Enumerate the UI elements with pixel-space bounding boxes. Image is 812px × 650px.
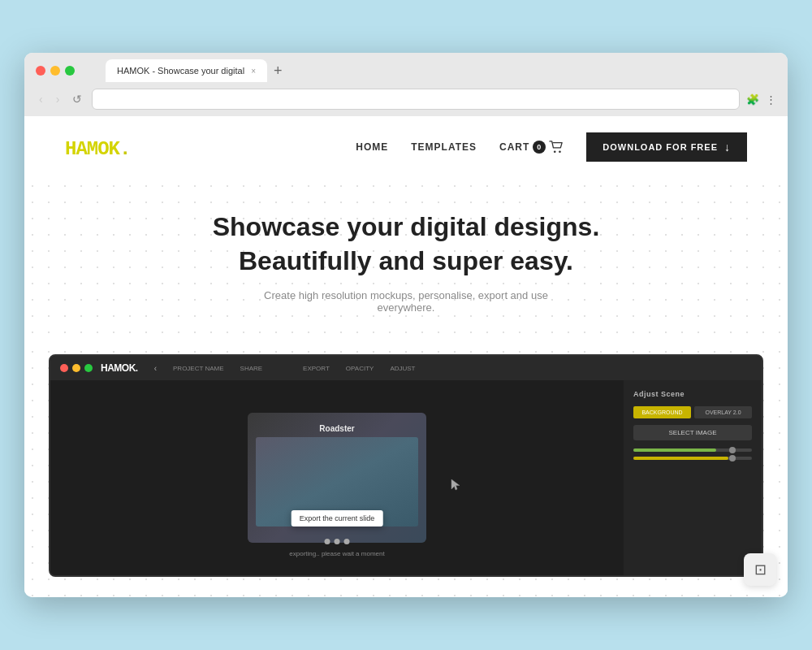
app-logo: HAMOK. (101, 362, 138, 374)
dot-2 (335, 539, 340, 544)
slider-green (633, 448, 752, 452)
browser-chrome: HAMOK - Showcase your digital × + ‹ › ↺ … (24, 53, 788, 116)
cart-label: CART (499, 141, 529, 153)
slider-thumb-1[interactable] (729, 447, 736, 453)
exporting-text: exporting.. please wait a moment (289, 550, 384, 557)
app-traffic-lights (60, 364, 93, 372)
toggle-icon: ⊡ (754, 561, 767, 578)
overlay-tab[interactable]: OVERLAY 2.0 (694, 406, 752, 418)
browser-actions: 🧩 ⋮ (746, 93, 776, 106)
select-image-btn[interactable]: SELECT IMAGE (633, 425, 752, 440)
app-toolbar: ‹ PROJECT NAME SHARE EXPORT OPACITY (154, 364, 416, 373)
svg-point-0 (554, 150, 556, 153)
export-tooltip: Export the current slide (292, 510, 383, 526)
back-button[interactable]: ‹ (36, 91, 46, 107)
fullscreen-button[interactable] (65, 66, 75, 76)
toolbar-item-share: SHARE (240, 365, 287, 372)
toolbar-item-opacity: OPACITY (346, 365, 374, 372)
menu-icon[interactable]: ⋮ (766, 93, 776, 106)
cart-count: 0 (533, 141, 546, 154)
address-bar-row: ‹ › ↺ 🧩 ⋮ (24, 85, 788, 116)
cart-icon (549, 141, 564, 154)
adjust-scene-title: Adjust Scene (633, 390, 752, 398)
site-navbar: HAMOK. HOME TEMPLATES CART 0 DOWNLOAD FO… (24, 116, 788, 178)
nav-home[interactable]: HOME (356, 141, 388, 153)
sidebar-tabs: BACKGROUND OVERLAY 2.0 (633, 406, 752, 418)
extensions-icon[interactable]: 🧩 (746, 93, 759, 106)
slider-thumb-2[interactable] (729, 455, 736, 462)
dot-3 (344, 539, 350, 544)
close-button[interactable] (36, 66, 45, 76)
slider-track-2[interactable] (633, 457, 752, 460)
toggle-button[interactable]: ⊡ (744, 553, 776, 586)
hero-subtitle: Create high resolution mockups, personal… (244, 289, 568, 314)
tab-label: HAMOK - Showcase your digital (117, 66, 244, 76)
download-btn-label: DOWNLOAD FOR FREE (603, 142, 718, 152)
mockup-title: Roadster (319, 424, 354, 433)
site-logo: HAMOK. (65, 135, 130, 160)
app-fullscreen-icon (84, 364, 93, 372)
browser-window: HAMOK - Showcase your digital × + ‹ › ↺ … (24, 53, 788, 597)
cursor-indicator (450, 478, 461, 496)
refresh-button[interactable]: ↺ (69, 91, 85, 107)
tab-close-icon[interactable]: × (251, 67, 256, 76)
slider-yellow (633, 457, 752, 460)
page-content: HAMOK. HOME TEMPLATES CART 0 DOWNLOAD FO… (24, 116, 788, 597)
app-minimize-icon (72, 364, 80, 372)
forward-button[interactable]: › (53, 91, 63, 107)
slider-fill-2 (633, 457, 728, 460)
toolbar-item-back: ‹ (154, 364, 157, 373)
slider-fill-1 (633, 448, 716, 452)
hero-title: Showcase your digital designs. Beautiful… (203, 210, 609, 278)
minimize-button[interactable] (50, 66, 60, 76)
toolbar-item-adjust: ADJUST (390, 365, 415, 372)
app-close-icon (60, 364, 68, 372)
dot-1 (325, 539, 330, 544)
app-screenshot: HAMOK. ‹ PROJECT NAME SHARE EXPORT (49, 354, 763, 577)
hero-section: Showcase your digital designs. Beautiful… (24, 178, 788, 338)
browser-tab[interactable]: HAMOK - Showcase your digital × (106, 59, 267, 82)
bg-tab[interactable]: BACKGROUND (633, 406, 691, 418)
progress-dots (325, 539, 350, 544)
toolbar-item-export: EXPORT (303, 365, 330, 372)
app-chrome: HAMOK. ‹ PROJECT NAME SHARE EXPORT (50, 356, 762, 380)
traffic-lights (36, 66, 75, 76)
app-canvas: Roadster Export the current slide export… (50, 380, 624, 575)
app-body: Roadster Export the current slide export… (50, 380, 762, 575)
nav-templates[interactable]: TEMPLATES (411, 141, 477, 153)
svg-point-1 (559, 150, 561, 153)
nav-cart[interactable]: CART 0 (499, 141, 564, 154)
app-sidebar: Adjust Scene BACKGROUND OVERLAY 2.0 SELE… (624, 380, 762, 575)
download-arrow-icon: ↓ (724, 141, 731, 154)
tooltip-text: Export the current slide (300, 514, 375, 522)
toolbar-item-project: PROJECT NAME (173, 365, 224, 372)
nav-links: HOME TEMPLATES CART 0 DOWNLOAD FOR FREE … (356, 132, 747, 162)
new-tab-button[interactable]: + (270, 63, 286, 78)
url-bar[interactable] (92, 89, 740, 110)
download-button[interactable]: DOWNLOAD FOR FREE ↓ (586, 132, 747, 162)
logo-text: HAMOK. (65, 138, 130, 160)
browser-titlebar: HAMOK - Showcase your digital × + (24, 53, 788, 85)
slider-track-1[interactable] (633, 448, 752, 452)
